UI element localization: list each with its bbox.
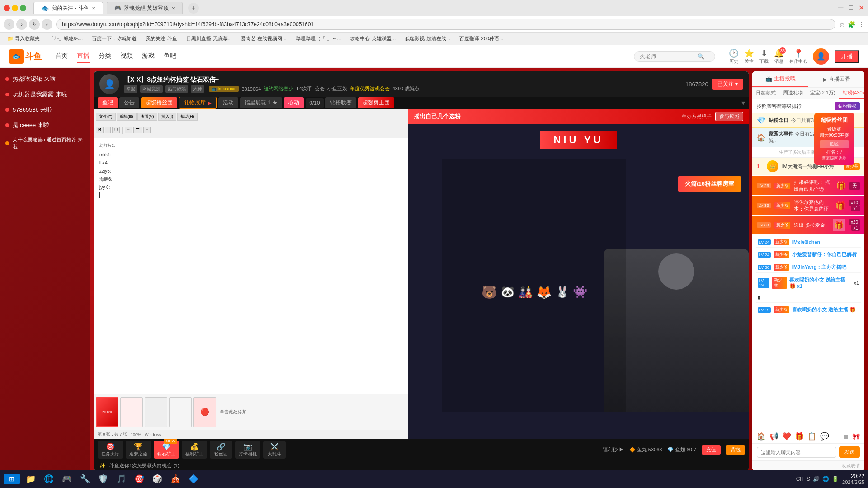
user-avatar[interactable]: 👤 (813, 48, 829, 65)
doc-align-left[interactable]: ≡ (125, 127, 132, 133)
creator-btn[interactable]: 📍 创作中心 (789, 48, 807, 65)
chat-tool-6[interactable]: 💬 (820, 432, 829, 441)
chat-tool-2[interactable]: 📢 (769, 432, 778, 441)
nav-game[interactable]: 游戏 (142, 50, 155, 63)
nav-category[interactable]: 分类 (99, 50, 111, 63)
doc-btn-format[interactable]: 帮助(H) (177, 113, 198, 121)
win-close[interactable] (4, 5, 10, 11)
refresh-btn[interactable]: ↻ (29, 19, 40, 30)
send-btn[interactable]: 发送 (839, 446, 860, 458)
browser-minimize[interactable]: ─ (838, 4, 843, 12)
bookmark-douyu-turbo[interactable]: 「斗」螺轮杯... (45, 34, 86, 43)
tab-task[interactable]: 福星展玩 1 ★ (240, 97, 282, 108)
hot-topic[interactable]: 纽约网络赛少 (264, 85, 293, 92)
taskbar-steam[interactable]: 🎪 (168, 472, 183, 486)
sub-tab-baby[interactable]: 宝宝(2.1万) (807, 88, 839, 99)
bookmark-import[interactable]: 📁 导入收藏夹 (4, 34, 43, 43)
emote-battle[interactable]: ⚔️ 大乱斗 (263, 441, 286, 459)
zone-label[interactable]: 鱼区 (820, 140, 849, 148)
taskbar-settings[interactable]: 🔧 (78, 472, 92, 486)
emote-fan[interactable]: 🔗 粉丝团 (210, 441, 232, 459)
doc-bold[interactable]: B (96, 127, 104, 133)
chat-tool-5[interactable]: 📋 (807, 432, 816, 441)
search-input[interactable] (640, 53, 694, 60)
tab-topic[interactable]: 活动 (218, 97, 238, 108)
panel-tab-feed[interactable]: 📺 主播投喂 (752, 71, 808, 87)
tab-close-btn[interactable]: ✕ (92, 6, 95, 11)
chat-tool-3[interactable]: ❤️ (782, 432, 791, 441)
chat-tool-4[interactable]: 🎁 (795, 432, 804, 441)
browser-close[interactable]: ✕ (859, 4, 864, 12)
doc-underline[interactable]: U (112, 127, 120, 133)
doc-btn-file[interactable]: 文件(F) (96, 113, 116, 121)
emote-camera[interactable]: 📷 打卡相机 (235, 441, 260, 459)
emote-task[interactable]: 🎯 任务大厅 (98, 441, 123, 459)
diamond-privilege-btn[interactable]: 钻粉特权 (835, 102, 860, 110)
bookmark-translate[interactable]: 百度翻译-200种语... (456, 34, 507, 43)
tab-inactive[interactable]: 🎮 器魂觉醒 英雄登顶 ✕ (107, 2, 183, 14)
recharge-btn[interactable]: 充值 (702, 445, 721, 455)
slide-thumb-5[interactable]: 🔴 (193, 397, 216, 427)
tab-active[interactable]: 🐟 我的关注 - 斗鱼 ✕ (33, 2, 103, 14)
follow-stream-btn[interactable]: 已关注 ▾ (712, 79, 743, 90)
bookmark-iqiyi[interactable]: 爱奇艺-在线视频网... (237, 34, 290, 43)
chat-input[interactable] (757, 447, 836, 458)
sub-tab-day[interactable]: 日签款式 (752, 88, 779, 99)
tab-gift-hall[interactable]: 礼物展厅 ▶ (179, 97, 217, 109)
forward-btn[interactable]: › (16, 19, 27, 30)
search-icon[interactable]: 🔍 (698, 53, 704, 60)
welfare-count[interactable]: 福利秒 ▶ (603, 446, 624, 453)
tab-super-team[interactable]: 超强勇士团 (358, 97, 394, 108)
tab-diamond-league[interactable]: 钻粉联赛 (326, 97, 356, 108)
bag-btn[interactable]: 背包 (726, 445, 745, 455)
taskbar-shield[interactable]: 🛡️ (96, 472, 110, 486)
download-btn[interactable]: ⬇ 下载 (760, 48, 769, 65)
chat-tool-1[interactable]: 🏠 (757, 432, 766, 441)
sub-tab-week[interactable]: 周送礼物 (779, 88, 807, 99)
bookmark-baidu[interactable]: 百度一下，你就知道 (88, 34, 140, 43)
back-btn[interactable]: ‹ (4, 19, 14, 30)
taskbar-game-3[interactable]: 🎲 (150, 472, 165, 486)
tab-inactive-close[interactable]: ✕ (171, 6, 175, 11)
extensions-icon[interactable]: 🧩 (848, 21, 855, 28)
bookmark-lowend[interactable]: 低端影视-超清在线... (401, 34, 454, 43)
nav-live[interactable]: 直播 (77, 50, 90, 63)
contest-btn[interactable]: 参与按照 (715, 112, 743, 121)
url-bar[interactable]: https://www.douyu.com/topic/qhjx?rid=709… (56, 19, 835, 30)
taskbar-game-1[interactable]: 🎮 (60, 472, 74, 486)
taskbar-browser[interactable]: 🌐 (42, 472, 56, 486)
doc-btn-edit[interactable]: 编辑(E) (117, 113, 137, 121)
tabs-expand-btn[interactable]: ▾ (741, 99, 745, 107)
tag-report[interactable]: 举报 (124, 85, 137, 93)
nav-video[interactable]: 视频 (120, 50, 133, 63)
slide-thumb-4[interactable] (169, 397, 192, 427)
win-max[interactable] (20, 5, 26, 11)
follow-btn[interactable]: ⭐ 关注 (744, 48, 754, 65)
browser-restore[interactable]: □ (849, 4, 853, 12)
tab-super-fan[interactable]: 超级粉丝团 (141, 97, 177, 108)
taskbar-game-2[interactable]: 🎯 (132, 472, 146, 486)
emote-diamond[interactable]: NEW 💎 钻石矿工 (154, 441, 179, 459)
doc-btn-view[interactable]: 查看(V) (137, 113, 157, 121)
gift-hint[interactable]: 收藏表情 (752, 460, 864, 471)
panel-tab-replay[interactable]: ▶ 直播回看 (808, 71, 864, 87)
taskbar-edge[interactable]: 🔷 (186, 472, 201, 486)
win-min[interactable] (12, 5, 18, 11)
bookmark-bilibili[interactable]: 哔哩哔哩（「-」～... (292, 34, 345, 43)
emote-dream[interactable]: 🏆 逐梦之旅 (126, 441, 151, 459)
emote-welfare[interactable]: 💰 福利矿工 (182, 441, 207, 459)
nav-home[interactable]: 首页 (55, 50, 68, 63)
notification-btn[interactable]: 🔔 36 消息 (774, 48, 784, 65)
chat-gift-toggle[interactable]: 🎀 (852, 433, 860, 440)
go-live-btn[interactable]: 开播 (835, 50, 859, 63)
slide-thumb-3[interactable] (145, 397, 167, 427)
start-btn[interactable]: ⊞ (4, 474, 20, 484)
slide-thumb-1[interactable]: NiuYu (96, 397, 118, 427)
nav-fish-bar[interactable]: 鱼吧 (164, 50, 176, 63)
home-btn[interactable]: ⌂ (42, 19, 52, 30)
bookmark-strategy[interactable]: 攻略中心-英雄联盟... (346, 34, 399, 43)
bookmark-star[interactable]: ☆ (839, 21, 845, 28)
settings-icon[interactable]: ⋮ (858, 21, 864, 28)
taskbar-file-explorer[interactable]: 📁 (24, 472, 38, 486)
taskbar-media[interactable]: 🎵 (114, 472, 128, 486)
